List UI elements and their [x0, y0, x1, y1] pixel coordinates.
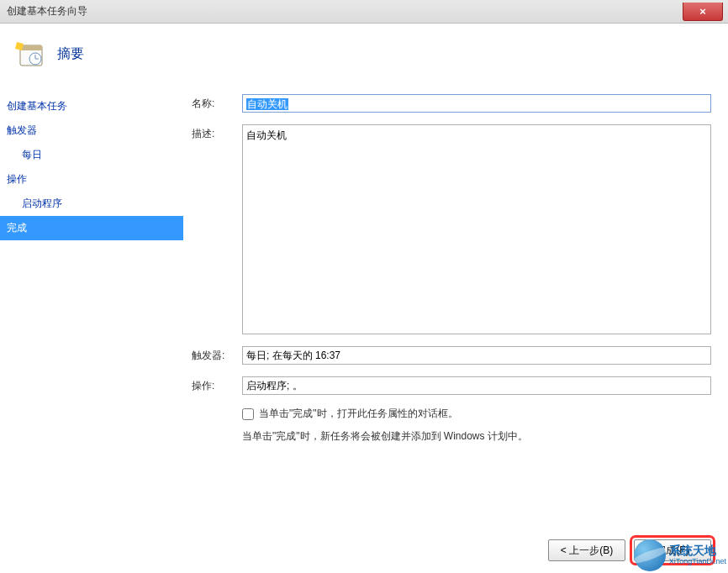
- open-properties-label: 当单击"完成"时，打开此任务属性的对话框。: [259, 407, 458, 421]
- window-title: 创建基本任务向导: [7, 4, 87, 18]
- label-name: 名称:: [192, 94, 242, 111]
- label-description: 描述:: [192, 124, 242, 141]
- name-value: 自动关机: [246, 98, 288, 110]
- sidebar-item-finish[interactable]: 完成: [0, 216, 183, 240]
- description-textarea[interactable]: [242, 124, 711, 334]
- main-area: 创建基本任务 触发器 每日 操作 启动程序 完成 名称: 自动关机 描述: 触发…: [0, 94, 728, 533]
- close-icon: ×: [699, 5, 706, 18]
- sidebar: 创建基本任务 触发器 每日 操作 启动程序 完成: [0, 94, 183, 533]
- svg-rect-1: [20, 45, 42, 50]
- close-button[interactable]: ×: [683, 3, 723, 21]
- row-trigger: 触发器:: [192, 346, 711, 365]
- finish-button[interactable]: 完成(F): [634, 539, 711, 561]
- content: 名称: 自动关机 描述: 触发器: 操作: 当单击"完成"时，打开此任务属性的对…: [183, 94, 728, 533]
- sidebar-item-trigger[interactable]: 触发器: [0, 118, 183, 143]
- back-button[interactable]: < 上一步(B): [548, 539, 625, 561]
- label-trigger: 触发器:: [192, 346, 242, 363]
- open-properties-checkbox[interactable]: [242, 408, 254, 420]
- note-text: 当单击"完成"时，新任务将会被创建并添加到 Windows 计划中。: [242, 429, 711, 444]
- label-action: 操作:: [192, 376, 242, 393]
- sidebar-item-daily[interactable]: 每日: [0, 143, 183, 167]
- row-checkbox: 当单击"完成"时，打开此任务属性的对话框。: [242, 407, 711, 421]
- action-value: [242, 376, 711, 395]
- footer: < 上一步(B) 完成(F): [0, 533, 728, 573]
- wizard-header: 摘要: [0, 24, 728, 94]
- row-name: 名称: 自动关机: [192, 94, 711, 113]
- sidebar-item-create-task[interactable]: 创建基本任务: [0, 94, 183, 118]
- row-action: 操作:: [192, 376, 711, 395]
- titlebar: 创建基本任务向导 ×: [0, 0, 728, 24]
- sidebar-item-start-program[interactable]: 启动程序: [0, 192, 183, 216]
- page-title: 摘要: [57, 45, 84, 63]
- name-input[interactable]: 自动关机: [242, 94, 711, 113]
- row-description: 描述:: [192, 124, 711, 334]
- wizard-body: 摘要 创建基本任务 触发器 每日 操作 启动程序 完成 名称: 自动关机 描述:…: [0, 24, 728, 573]
- schedule-icon: [15, 39, 45, 69]
- trigger-value: [242, 346, 711, 365]
- sidebar-item-action[interactable]: 操作: [0, 167, 183, 192]
